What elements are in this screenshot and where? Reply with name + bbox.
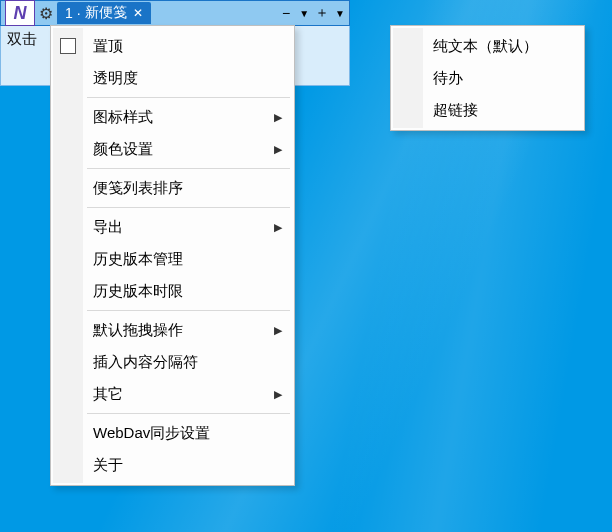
settings-menu-list: 置顶透明度图标样式▶颜色设置▶便笺列表排序导出▶历史版本管理历史版本时限默认拖拽…	[53, 30, 292, 481]
settings-menu-item[interactable]: 其它▶	[53, 378, 292, 410]
settings-menu-item[interactable]: 插入内容分隔符	[53, 346, 292, 378]
settings-menu-item[interactable]: 颜色设置▶	[53, 133, 292, 165]
settings-context-menu: 置顶透明度图标样式▶颜色设置▶便笺列表排序导出▶历史版本管理历史版本时限默认拖拽…	[50, 25, 295, 486]
note-body-hint: 双击	[7, 30, 37, 47]
submenu-arrow-icon: ▶	[274, 221, 282, 234]
menu-item-label: WebDav同步设置	[93, 424, 210, 443]
menu-item-label: 其它	[93, 385, 123, 404]
drag-submenu-item[interactable]: 纯文本（默认）	[393, 30, 582, 62]
app-logo: N	[5, 0, 35, 26]
menu-item-label: 导出	[93, 218, 123, 237]
menu-item-label: 历史版本管理	[93, 250, 183, 269]
settings-menu-item[interactable]: 默认拖拽操作▶	[53, 314, 292, 346]
settings-icon[interactable]: ⚙	[39, 4, 53, 23]
menu-item-label: 默认拖拽操作	[93, 321, 183, 340]
settings-menu-item[interactable]: 关于	[53, 449, 292, 481]
settings-menu-separator	[87, 97, 290, 98]
menu-item-label: 置顶	[93, 37, 123, 56]
menu-item-label: 插入内容分隔符	[93, 353, 198, 372]
zoom-out-icon[interactable]: −	[277, 5, 295, 21]
menu-item-label: 超链接	[433, 101, 478, 120]
settings-menu-separator	[87, 413, 290, 414]
tab-title: 新便笺	[85, 4, 127, 22]
note-tab[interactable]: 1 · 新便笺 ✕	[57, 2, 151, 24]
menu-item-label: 图标样式	[93, 108, 153, 127]
drag-submenu-item[interactable]: 待办	[393, 62, 582, 94]
settings-menu-item[interactable]: 透明度	[53, 62, 292, 94]
settings-menu-separator	[87, 310, 290, 311]
tab-number: 1	[65, 5, 73, 21]
drag-operation-submenu: 纯文本（默认）待办超链接	[390, 25, 585, 131]
settings-menu-item[interactable]: 便笺列表排序	[53, 172, 292, 204]
tab-close-icon[interactable]: ✕	[133, 6, 143, 20]
settings-menu-item[interactable]: 置顶	[53, 30, 292, 62]
settings-menu-separator	[87, 207, 290, 208]
settings-menu-item[interactable]: 导出▶	[53, 211, 292, 243]
settings-menu-item[interactable]: 历史版本管理	[53, 243, 292, 275]
submenu-arrow-icon: ▶	[274, 324, 282, 337]
submenu-arrow-icon: ▶	[274, 143, 282, 156]
menu-item-label: 便笺列表排序	[93, 179, 183, 198]
drag-operation-submenu-list: 纯文本（默认）待办超链接	[393, 30, 582, 126]
submenu-arrow-icon: ▶	[274, 111, 282, 124]
menu-item-label: 关于	[93, 456, 123, 475]
menu-item-label: 透明度	[93, 69, 138, 88]
settings-menu-item[interactable]: 历史版本时限	[53, 275, 292, 307]
settings-menu-item[interactable]: WebDav同步设置	[53, 417, 292, 449]
note-titlebar: N ⚙ 1 · 新便笺 ✕ − ▼ ＋ ▼	[0, 0, 350, 26]
menu-item-label: 颜色设置	[93, 140, 153, 159]
settings-menu-item[interactable]: 图标样式▶	[53, 101, 292, 133]
zoom-in-icon[interactable]: ＋	[313, 4, 331, 22]
checkbox-icon	[60, 38, 76, 54]
submenu-arrow-icon: ▶	[274, 388, 282, 401]
drag-submenu-item[interactable]: 超链接	[393, 94, 582, 126]
zoom-in-caret-icon[interactable]: ▼	[335, 8, 345, 19]
zoom-out-caret-icon[interactable]: ▼	[299, 8, 309, 19]
menu-item-label: 待办	[433, 69, 463, 88]
menu-item-label: 纯文本（默认）	[433, 37, 538, 56]
settings-menu-separator	[87, 168, 290, 169]
menu-item-label: 历史版本时限	[93, 282, 183, 301]
